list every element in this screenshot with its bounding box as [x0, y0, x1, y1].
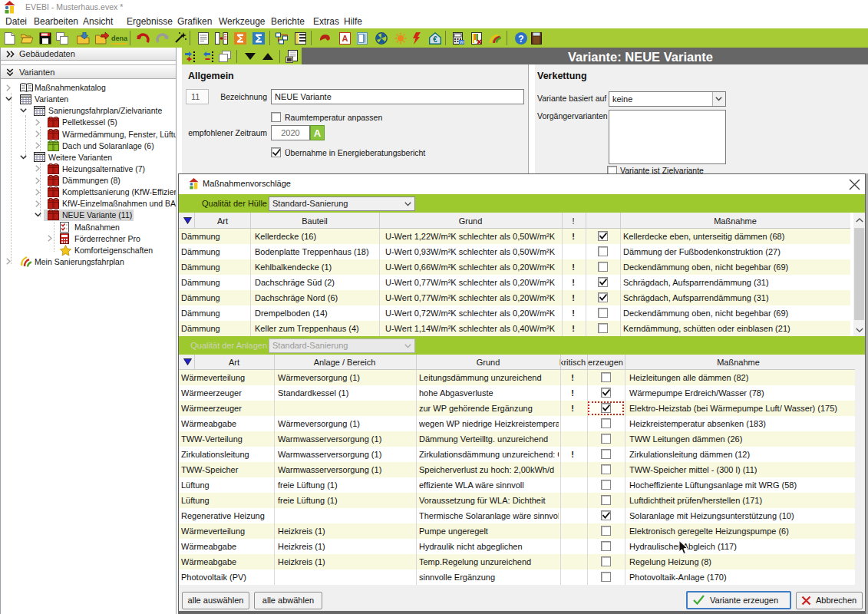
svg-text:A: A [342, 34, 348, 43]
svg-text:W: W [460, 40, 464, 45]
svg-text:?: ? [518, 34, 523, 45]
svg-text:€: € [433, 35, 437, 44]
